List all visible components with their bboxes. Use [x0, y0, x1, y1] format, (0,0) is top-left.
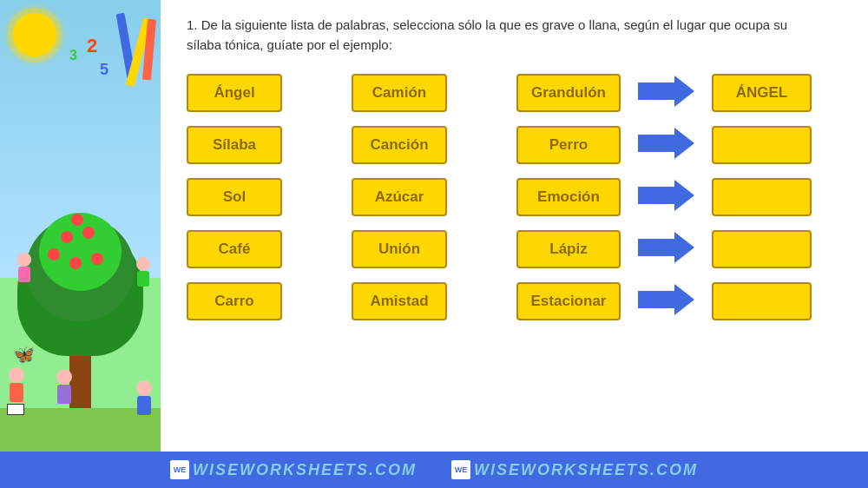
word-row-1: Ángel Camión Grandulón ÁNGEL: [187, 70, 846, 115]
word-row-4: Café Unión Lápiz: [187, 227, 846, 272]
apple-2: [69, 257, 82, 269]
tree-trunk: [69, 347, 91, 417]
word-angel[interactable]: Ángel: [187, 74, 282, 112]
answer-silaba[interactable]: [712, 126, 812, 164]
word-cafe[interactable]: Café: [187, 230, 282, 268]
apple-6: [71, 214, 83, 226]
arrow-4: [638, 232, 694, 267]
svg-marker-3: [638, 232, 694, 263]
word-silaba[interactable]: Sílaba: [187, 126, 282, 164]
answer-sol[interactable]: [712, 178, 812, 216]
word-row-3: Sol Azúcar Emoción: [187, 175, 846, 220]
word-perro[interactable]: Perro: [516, 126, 621, 164]
word-grid: Ángel Camión Grandulón ÁNGEL Sílaba Canc…: [187, 70, 846, 324]
word-camion[interactable]: Camión: [352, 74, 447, 112]
word-amistad[interactable]: Amistad: [352, 282, 447, 320]
instruction-text: 1. De la siguiente lista de palabras, se…: [187, 16, 812, 55]
word-emocion[interactable]: Emoción: [516, 178, 621, 216]
arrow-5: [638, 284, 694, 319]
kid-5: [136, 257, 150, 287]
answer-carro[interactable]: [712, 282, 812, 320]
watermark-text-1: WISEWORKSHEETS.COM: [193, 461, 417, 479]
apple-3: [91, 253, 103, 265]
word-union[interactable]: Unión: [352, 230, 447, 268]
svg-marker-2: [638, 180, 694, 211]
arrow-1: [638, 76, 694, 110]
svg-marker-0: [638, 76, 694, 107]
word-azucar[interactable]: Azúcar: [352, 178, 447, 216]
apple-5: [82, 227, 95, 239]
word-carro[interactable]: Carro: [187, 282, 282, 320]
kid-2: [136, 380, 152, 415]
word-lapiz[interactable]: Lápiz: [516, 230, 621, 268]
answer-angel[interactable]: ÁNGEL: [712, 74, 812, 112]
word-row-5: Carro Amistad Estacionar: [187, 279, 846, 324]
logo-box-1: WE: [170, 460, 189, 479]
main-content: 1. De la siguiente lista de palabras, se…: [161, 0, 868, 452]
answer-cafe[interactable]: [712, 230, 812, 268]
butterfly: 🦋: [13, 344, 35, 365]
illustration-panel: 2 5 3 🦋: [0, 0, 161, 452]
word-granulon[interactable]: Grandulón: [516, 74, 621, 112]
arrow-2: [638, 128, 694, 162]
kid-3: [56, 369, 72, 404]
watermark-text-2: WISEWORKSHEETS.COM: [474, 461, 698, 479]
arrow-3: [638, 180, 694, 214]
kid-1: [9, 367, 24, 415]
apple-1: [48, 248, 60, 260]
watermark-bar: WE WISEWORKSHEETS.COM WE WISEWORKSHEETS.…: [0, 452, 868, 488]
word-row-2: Sílaba Canción Perro: [187, 122, 846, 168]
word-cancion[interactable]: Canción: [352, 126, 447, 164]
word-sol[interactable]: Sol: [187, 178, 282, 216]
kid-4: [17, 253, 31, 282]
svg-marker-4: [638, 284, 694, 315]
svg-marker-1: [638, 128, 694, 159]
word-estacionar[interactable]: Estacionar: [516, 282, 621, 320]
apple-4: [61, 231, 73, 243]
logo-box-2: WE: [451, 460, 470, 479]
